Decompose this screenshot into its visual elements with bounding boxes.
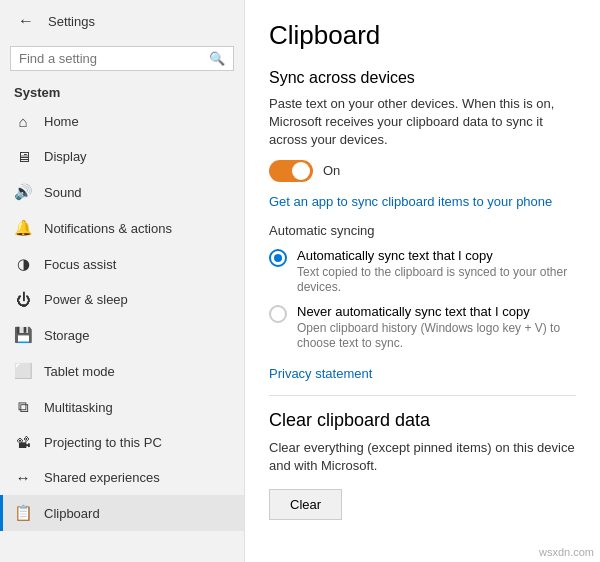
radio-option-never: Never automatically sync text that I cop… — [269, 304, 576, 352]
sidebar-item-label: Storage — [44, 328, 90, 343]
sidebar-item-clipboard[interactable]: 📋 Clipboard — [0, 495, 244, 531]
radio-main-label: Automatically sync text that I copy — [297, 248, 576, 263]
auto-sync-label: Automatic syncing — [269, 223, 576, 238]
page-title: Clipboard — [269, 20, 576, 51]
radio-main-label: Never automatically sync text that I cop… — [297, 304, 576, 319]
main-content: Clipboard Sync across devices Paste text… — [245, 0, 600, 562]
nav-list: ⌂ Home 🖥 Display 🔊 Sound 🔔 Notifications… — [0, 104, 244, 531]
home-icon: ⌂ — [14, 113, 32, 130]
back-button[interactable]: ← — [14, 10, 38, 32]
sync-description: Paste text on your other devices. When t… — [269, 95, 576, 150]
radio-auto-sync[interactable] — [269, 249, 287, 267]
sidebar-item-label: Projecting to this PC — [44, 435, 162, 450]
display-icon: 🖥 — [14, 148, 32, 165]
radio-never-sync[interactable] — [269, 305, 287, 323]
clear-section-title: Clear clipboard data — [269, 410, 576, 431]
sidebar-item-sound[interactable]: 🔊 Sound — [0, 174, 244, 210]
settings-title: Settings — [48, 14, 95, 29]
toggle-row: On — [269, 160, 576, 182]
sidebar-item-tablet[interactable]: ⬜ Tablet mode — [0, 353, 244, 389]
notifications-icon: 🔔 — [14, 219, 32, 237]
privacy-link[interactable]: Privacy statement — [269, 366, 576, 381]
search-box[interactable]: 🔍 — [10, 46, 234, 71]
radio-sub-label: Text copied to the clipboard is synced t… — [297, 265, 576, 296]
sync-section-title: Sync across devices — [269, 69, 576, 87]
storage-icon: 💾 — [14, 326, 32, 344]
radio-sub-label: Open clipboard history (Windows logo key… — [297, 321, 576, 352]
radio-dot — [274, 254, 282, 262]
sidebar-item-shared[interactable]: ↔ Shared experiences — [0, 460, 244, 495]
sidebar-item-label: Notifications & actions — [44, 221, 172, 236]
sidebar: ← Settings 🔍 System ⌂ Home 🖥 Display 🔊 S… — [0, 0, 245, 562]
sidebar-item-power[interactable]: ⏻ Power & sleep — [0, 282, 244, 317]
radio-text-never: Never automatically sync text that I cop… — [297, 304, 576, 352]
sidebar-item-label: Display — [44, 149, 87, 164]
sidebar-item-label: Tablet mode — [44, 364, 115, 379]
sidebar-item-label: Shared experiences — [44, 470, 160, 485]
sidebar-item-label: Home — [44, 114, 79, 129]
sidebar-item-notifications[interactable]: 🔔 Notifications & actions — [0, 210, 244, 246]
toggle-knob — [292, 162, 310, 180]
sync-app-link[interactable]: Get an app to sync clipboard items to yo… — [269, 194, 576, 209]
projecting-icon: 📽 — [14, 434, 32, 451]
sidebar-item-label: Focus assist — [44, 257, 116, 272]
sidebar-item-multitasking[interactable]: ⧉ Multitasking — [0, 389, 244, 425]
tablet-icon: ⬜ — [14, 362, 32, 380]
sidebar-item-label: Power & sleep — [44, 292, 128, 307]
sidebar-item-label: Sound — [44, 185, 82, 200]
sidebar-header: ← Settings — [0, 0, 244, 42]
clear-description: Clear everything (except pinned items) o… — [269, 439, 576, 475]
sidebar-item-focus[interactable]: ◑ Focus assist — [0, 246, 244, 282]
sidebar-item-display[interactable]: 🖥 Display — [0, 139, 244, 174]
radio-option-auto: Automatically sync text that I copy Text… — [269, 248, 576, 296]
radio-text-auto: Automatically sync text that I copy Text… — [297, 248, 576, 296]
sidebar-item-storage[interactable]: 💾 Storage — [0, 317, 244, 353]
clear-button[interactable]: Clear — [269, 489, 342, 520]
divider — [269, 395, 576, 396]
sidebar-item-label: Multitasking — [44, 400, 113, 415]
sync-toggle[interactable] — [269, 160, 313, 182]
toggle-label: On — [323, 163, 340, 178]
power-icon: ⏻ — [14, 291, 32, 308]
multitasking-icon: ⧉ — [14, 398, 32, 416]
search-icon: 🔍 — [209, 51, 225, 66]
shared-icon: ↔ — [14, 469, 32, 486]
watermark: wsxdn.com — [539, 546, 594, 558]
sidebar-item-home[interactable]: ⌂ Home — [0, 104, 244, 139]
clipboard-icon: 📋 — [14, 504, 32, 522]
search-input[interactable] — [19, 51, 203, 66]
system-label: System — [0, 79, 244, 104]
sound-icon: 🔊 — [14, 183, 32, 201]
sidebar-item-label: Clipboard — [44, 506, 100, 521]
sidebar-item-projecting[interactable]: 📽 Projecting to this PC — [0, 425, 244, 460]
focus-icon: ◑ — [14, 255, 32, 273]
